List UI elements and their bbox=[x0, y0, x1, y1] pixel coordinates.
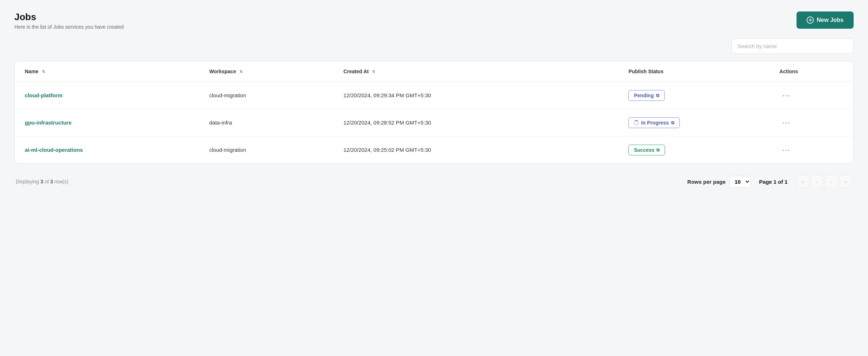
table-header-row: Name ⇅ Workspace ⇅ Created At ⇅ Publish … bbox=[15, 61, 853, 82]
actions-menu-button[interactable]: ··· bbox=[780, 117, 794, 128]
displaying-count: 3 bbox=[40, 179, 43, 184]
job-publish-status: Success ⧉ bbox=[618, 136, 769, 164]
table-body: cloud-platformcloud-migration12/20/2024,… bbox=[15, 82, 853, 164]
job-actions-cell: ··· bbox=[770, 136, 853, 164]
job-workspace: cloud-migration bbox=[199, 136, 333, 164]
job-workspace: data-infra bbox=[199, 109, 333, 136]
job-actions-cell: ··· bbox=[770, 82, 853, 109]
table-row: gpu-infrastructuredata-infra12/20/2024, … bbox=[15, 109, 853, 136]
external-link-icon: ⧉ bbox=[671, 120, 674, 125]
job-name-link[interactable]: gpu-infrastructure bbox=[25, 120, 71, 126]
table-row: cloud-platformcloud-migration12/20/2024,… bbox=[15, 82, 853, 109]
displaying-total: 3 bbox=[50, 179, 53, 184]
job-created-at: 12/20/2024, 09:29:34 PM GMT+5:30 bbox=[333, 82, 619, 109]
last-page-button[interactable]: » bbox=[839, 175, 852, 188]
status-badge[interactable]: In Progress ⧉ bbox=[628, 117, 679, 128]
table-row: ai-ml-cloud-operationscloud-migration12/… bbox=[15, 136, 853, 164]
pagination-controls: Rows per page 10 20 50 Page 1 of 1 « ‹ ›… bbox=[687, 175, 852, 188]
rows-per-page-select[interactable]: 10 20 50 bbox=[729, 176, 751, 188]
plus-circle-icon: + bbox=[807, 17, 814, 24]
page-info: Page 1 of 1 bbox=[759, 179, 788, 185]
column-header-workspace[interactable]: Workspace ⇅ bbox=[199, 61, 333, 82]
job-created-at: 12/20/2024, 09:25:02 PM GMT+5:30 bbox=[333, 136, 619, 164]
job-publish-status: In Progress ⧉ bbox=[618, 109, 769, 136]
search-input[interactable] bbox=[731, 38, 854, 54]
next-page-button[interactable]: › bbox=[825, 175, 838, 188]
column-header-actions: Actions bbox=[770, 61, 853, 82]
spinner-icon bbox=[634, 120, 639, 125]
job-name-link[interactable]: ai-ml-cloud-operations bbox=[25, 147, 83, 153]
table-footer: Displaying 3 of 3 row(s) Rows per page 1… bbox=[14, 172, 854, 191]
sort-icon-name: ⇅ bbox=[42, 70, 45, 74]
sort-icon-workspace: ⇅ bbox=[240, 70, 243, 74]
prev-page-button[interactable]: ‹ bbox=[811, 175, 823, 188]
column-header-name[interactable]: Name ⇅ bbox=[15, 61, 199, 82]
sort-icon-created-at: ⇅ bbox=[372, 70, 375, 74]
first-page-button[interactable]: « bbox=[796, 175, 809, 188]
column-header-created-at[interactable]: Created At ⇅ bbox=[333, 61, 619, 82]
column-header-publish-status: Publish Status bbox=[618, 61, 769, 82]
job-created-at: 12/20/2024, 09:28:52 PM GMT+5:30 bbox=[333, 109, 619, 136]
status-badge[interactable]: Success ⧉ bbox=[628, 145, 665, 155]
page-subtitle: Here is the list of Jobs services you ha… bbox=[14, 24, 124, 30]
new-jobs-button[interactable]: + New Jobs bbox=[797, 11, 854, 29]
jobs-table: Name ⇅ Workspace ⇅ Created At ⇅ Publish … bbox=[15, 61, 853, 163]
job-actions-cell: ··· bbox=[770, 109, 853, 136]
actions-menu-button[interactable]: ··· bbox=[780, 90, 794, 101]
status-badge[interactable]: Pending ⧉ bbox=[628, 90, 664, 101]
page-title: Jobs bbox=[14, 11, 124, 23]
actions-menu-button[interactable]: ··· bbox=[780, 144, 794, 155]
job-workspace: cloud-migration bbox=[199, 82, 333, 109]
rows-per-page-label: Rows per page bbox=[687, 179, 726, 185]
displaying-text: Displaying 3 of 3 row(s) bbox=[16, 179, 68, 184]
nav-buttons: « ‹ › » bbox=[796, 175, 852, 188]
rows-per-page-control: Rows per page 10 20 50 bbox=[687, 176, 751, 188]
jobs-table-container: Name ⇅ Workspace ⇅ Created At ⇅ Publish … bbox=[14, 61, 854, 164]
job-publish-status: Pending ⧉ bbox=[618, 82, 769, 109]
job-name-link[interactable]: cloud-platform bbox=[25, 92, 63, 98]
